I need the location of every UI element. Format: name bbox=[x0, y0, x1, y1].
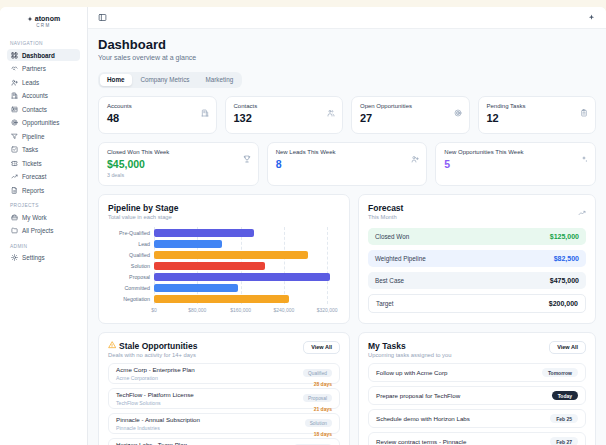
sidebar-item-opportunities[interactable]: Opportunities bbox=[7, 117, 80, 129]
topbar bbox=[88, 7, 606, 29]
forecast-label: Closed Won bbox=[375, 233, 409, 240]
file-icon bbox=[11, 187, 18, 194]
stat-card-contacts[interactable]: Contacts 132 bbox=[225, 96, 344, 134]
sidebar-section-admin: Admin bbox=[10, 244, 80, 249]
sidebar-item-label: Leads bbox=[22, 79, 39, 86]
sidebar-item-partners[interactable]: Partners bbox=[7, 63, 80, 75]
stale-item[interactable]: TechFlow - Platform License TechFlow Sol… bbox=[108, 388, 340, 409]
task-item[interactable]: Follow up with Acme Corp Tomorrow bbox=[368, 363, 586, 382]
chart-bar bbox=[154, 229, 254, 237]
sidebar-item-dashboard[interactable]: Dashboard bbox=[7, 49, 80, 61]
stat-label: Accounts bbox=[107, 103, 208, 109]
dashboard-content: Dashboard Your sales overview at a glanc… bbox=[88, 29, 606, 445]
brand-name: atonom bbox=[35, 15, 60, 22]
weekly-label: Closed Won This Week bbox=[107, 149, 250, 155]
tab-marketing[interactable]: Marketing bbox=[199, 74, 241, 86]
task-item[interactable]: Schedule demo with Horizon Labs Feb 25 bbox=[368, 409, 586, 428]
tasks-subtitle: Upcoming tasks assigned to you bbox=[368, 352, 451, 358]
sidebar-toggle-icon[interactable] bbox=[98, 13, 107, 22]
stale-item[interactable]: Pinnacle - Annual Subscription Pinnacle … bbox=[108, 413, 340, 434]
check-square-icon bbox=[11, 146, 18, 153]
forecast-label: Weighted Pipeline bbox=[375, 255, 426, 262]
weekly-value: 8 bbox=[276, 158, 419, 170]
pipeline-chart: Pre-QualifiedLeadQualifiedSolutionPropos… bbox=[108, 227, 340, 315]
dashboard-tabs: Home Company Metrics Marketing bbox=[98, 72, 242, 88]
opportunity-title: Pinnacle - Annual Subscription bbox=[116, 416, 200, 423]
stage-badge: Solution bbox=[305, 419, 332, 427]
sidebar-item-label: Forecast bbox=[22, 173, 47, 180]
sidebar-item-label: Contacts bbox=[22, 106, 47, 113]
weekly-card-new-leads[interactable]: New Leads This Week 8 bbox=[267, 142, 428, 186]
chart-bar bbox=[154, 295, 289, 303]
stat-label: Pending Tasks bbox=[487, 103, 588, 109]
weekly-card-closed-won[interactable]: Closed Won This Week $45,000 3 deals bbox=[98, 142, 259, 186]
task-item[interactable]: Review contract terms - Pinnacle Feb 27 bbox=[368, 432, 586, 445]
opportunity-company: Acme Corporation bbox=[116, 375, 195, 381]
chart-bar-track bbox=[154, 273, 338, 281]
stale-subtitle: Deals with no activity for 14+ days bbox=[108, 352, 197, 358]
trending-up-icon bbox=[11, 173, 18, 180]
chart-row: Negotiation bbox=[108, 293, 340, 304]
stat-card-open-opportunities[interactable]: Open Opportunities 27 bbox=[351, 96, 470, 134]
stat-value: 48 bbox=[107, 112, 208, 124]
forecast-value: $82,500 bbox=[554, 255, 579, 262]
forecast-row-target: Target $200,000 bbox=[368, 294, 586, 313]
pipeline-panel: Pipeline by Stage Total value in each st… bbox=[98, 194, 350, 324]
task-due-badge: Tomorrow bbox=[542, 368, 578, 377]
sidebar-item-all-projects[interactable]: All Projects bbox=[7, 225, 80, 237]
weekly-card-new-opportunities[interactable]: New Opportunities This Week 5 bbox=[435, 142, 596, 186]
stage-badge: Qualified bbox=[303, 369, 332, 377]
target-icon bbox=[11, 119, 18, 126]
stale-view-all-button[interactable]: View All bbox=[303, 341, 340, 354]
sidebar-item-contacts[interactable]: Contacts bbox=[7, 103, 80, 115]
chart-row: Proposal bbox=[108, 271, 340, 282]
task-due-badge: Feb 25 bbox=[550, 414, 578, 423]
gear-icon bbox=[11, 254, 18, 261]
chart-row: Qualified bbox=[108, 249, 340, 260]
stale-item[interactable]: Horizon Labs - Team Plan Horizon Labs Pr… bbox=[108, 438, 340, 445]
trending-up-icon bbox=[578, 209, 586, 217]
task-due-badge: Feb 27 bbox=[550, 437, 578, 445]
chart-rows: Pre-QualifiedLeadQualifiedSolutionPropos… bbox=[108, 227, 340, 304]
alert-triangle-icon bbox=[108, 341, 116, 349]
tab-home[interactable]: Home bbox=[100, 74, 132, 86]
chart-x-axis: $0$80,000$160,000$240,000$320,000 bbox=[154, 307, 338, 315]
tasks-view-all-button[interactable]: View All bbox=[549, 341, 586, 354]
stat-card-accounts[interactable]: Accounts 48 bbox=[98, 96, 217, 134]
sidebar-item-forecast[interactable]: Forecast bbox=[7, 171, 80, 183]
stat-card-pending-tasks[interactable]: Pending Tasks 12 bbox=[478, 96, 597, 134]
forecast-panel: Forecast This Month Closed Won $125,000 … bbox=[358, 194, 596, 324]
sidebar-item-accounts[interactable]: Accounts bbox=[7, 90, 80, 102]
page: atonom CRM Navigation Dashboard Partners… bbox=[0, 0, 606, 445]
chart-category-label: Lead bbox=[108, 241, 154, 247]
forecast-rows: Closed Won $125,000 Weighted Pipeline $8… bbox=[368, 228, 586, 313]
sidebar-item-tickets[interactable]: Tickets bbox=[7, 157, 80, 169]
forecast-value: $475,000 bbox=[550, 277, 579, 284]
sidebar-item-my-work[interactable]: My Work bbox=[7, 211, 80, 223]
chart-category-label: Negotiation bbox=[108, 296, 154, 302]
x-tick-label: $320,000 bbox=[317, 307, 338, 313]
sidebar-item-leads[interactable]: Leads bbox=[7, 76, 80, 88]
contacts-icon bbox=[11, 106, 18, 113]
chart-bar-track bbox=[154, 229, 338, 237]
chart-category-label: Qualified bbox=[108, 252, 154, 258]
sidebar-item-pipeline[interactable]: Pipeline bbox=[7, 130, 80, 142]
forecast-row-weighted-pipeline: Weighted Pipeline $82,500 bbox=[368, 250, 586, 267]
sidebar-item-reports[interactable]: Reports bbox=[7, 184, 80, 196]
building-icon bbox=[201, 109, 209, 117]
sparkles-icon bbox=[580, 155, 588, 163]
task-item[interactable]: Prepare proposal for TechFlow Today bbox=[368, 386, 586, 405]
x-tick-label: $160,000 bbox=[230, 307, 251, 313]
weekly-label: New Leads This Week bbox=[276, 149, 419, 155]
tab-company-metrics[interactable]: Company Metrics bbox=[134, 74, 197, 86]
sidebar-item-label: Tasks bbox=[22, 146, 38, 153]
sidebar-item-label: Accounts bbox=[22, 92, 48, 99]
sidebar-item-tasks[interactable]: Tasks bbox=[7, 144, 80, 156]
crm-app-window: atonom CRM Navigation Dashboard Partners… bbox=[0, 7, 606, 445]
forecast-row-closed-won: Closed Won $125,000 bbox=[368, 228, 586, 245]
sidebar-item-label: Reports bbox=[22, 187, 44, 194]
sparkle-icon[interactable] bbox=[587, 13, 596, 22]
sidebar-item-settings[interactable]: Settings bbox=[7, 252, 80, 264]
chart-row: Solution bbox=[108, 260, 340, 271]
stale-item[interactable]: Acme Corp - Enterprise Plan Acme Corpora… bbox=[108, 363, 340, 384]
